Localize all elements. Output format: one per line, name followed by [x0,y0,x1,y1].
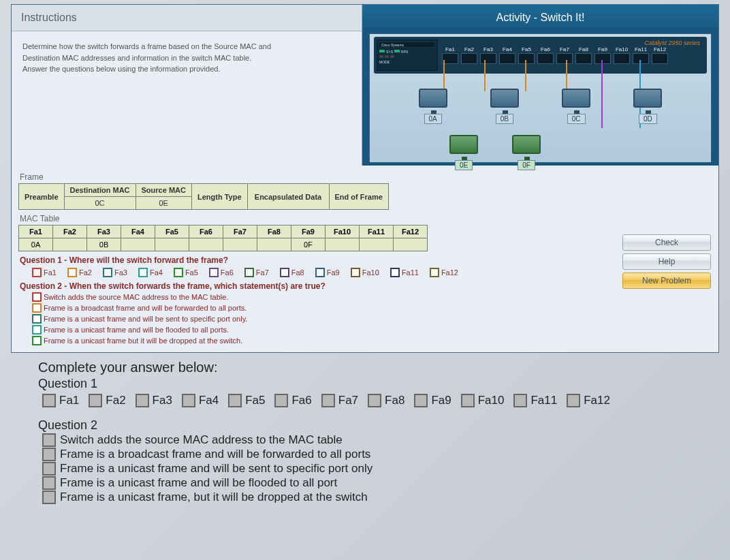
lower-q1-label: Question 1 [38,377,718,391]
q1-option-fa3[interactable]: Fa3 [103,268,127,277]
frame-label: Frame [20,172,712,182]
mac-table: Fa1Fa2Fa3Fa4Fa5Fa6Fa7Fa8Fa9Fa10Fa11Fa12 … [18,225,428,251]
lower-q1-option-fa6[interactable]: Fa6 [274,394,311,407]
computer-0f: 0F [512,135,541,170]
activity-panel: Activity - Switch It! Cisco Systems SYSR… [362,5,718,166]
lower-q2-stmt-2[interactable]: Frame is a broadcast frame and will be f… [42,448,718,461]
lower-q1-option-fa10[interactable]: Fa10 [461,394,505,407]
instructions-title: Instructions [12,5,362,31]
complete-heading: Complete your answer below: [38,360,718,375]
lower-q1-option-fa12[interactable]: Fa12 [567,394,610,407]
q2-stmt-1[interactable]: Switch adds the source MAC address to th… [32,292,712,302]
question-2-text: Question 2 - When the switch forwards th… [20,281,712,291]
computer-0b: 0B [488,89,522,124]
help-button[interactable]: Help [622,253,711,270]
instructions-panel: Instructions Determine how the switch fo… [12,5,362,166]
q1-option-fa4[interactable]: Fa4 [138,268,163,277]
lower-q1-option-fa5[interactable]: Fa5 [228,394,265,407]
lower-q2-label: Question 2 [38,418,718,433]
frame-src-mac: 0E [136,197,191,210]
lower-q2-stmt-3[interactable]: Frame is a unicast frame and will be sen… [42,462,718,476]
q1-option-fa10[interactable]: Fa10 [351,268,379,277]
computer-0d: 0D [631,89,665,124]
q1-option-fa12[interactable]: Fa12 [430,268,458,277]
lower-q1-option-fa3[interactable]: Fa3 [136,394,172,407]
lower-q1-option-fa11[interactable]: Fa11 [513,394,557,407]
lower-q1-option-fa1[interactable]: Fa1 [42,394,79,407]
lower-answer-area: Complete your answer below: Question 1 F… [38,360,718,504]
q1-option-fa6[interactable]: Fa6 [209,268,234,277]
q2-stmt-4[interactable]: Frame is a unicast frame and will be flo… [32,325,712,335]
q1-option-fa2[interactable]: Fa2 [67,268,92,277]
mac-table-label: MAC Table [20,214,712,223]
port-labels: Fa1Fa2Fa3Fa4Fa5Fa6Fa7Fa8Fa9Fa10Fa11Fa12 [442,46,703,52]
q2-statements: Switch adds the source MAC address to th… [32,292,712,345]
lower-q1-option-fa7[interactable]: Fa7 [321,394,358,407]
frame-dest-mac: 0C [64,197,136,210]
activity-app: Instructions Determine how the switch fo… [11,4,719,353]
question-1-text: Question 1 - Where will the switch forwa… [20,255,712,265]
switch-status-panel: Cisco Systems SYSRPS MODE [377,40,438,71]
lower-q2-stmt-5[interactable]: Frame is a unicast frame, but it will be… [42,491,718,504]
frame-area: Frame Preamble Destination MAC Source MA… [12,166,718,352]
lower-q1-option-fa8[interactable]: Fa8 [368,394,404,407]
switch-device: Cisco Systems SYSRPS MODE Catalyst 2950 … [374,37,707,74]
instructions-body: Determine how the switch forwards a fram… [12,31,362,90]
q2-stmt-5[interactable]: Frame is a unicast frame but it will be … [32,336,712,345]
lower-q2-stmt-4[interactable]: Frame is a unicast frame and will be flo… [42,476,718,490]
new-problem-button[interactable]: New Problem [622,273,711,289]
switch-brand: Catalyst 2950 series [644,40,700,46]
q1-option-fa9[interactable]: Fa9 [315,268,340,277]
activity-title: Activity - Switch It! [362,5,718,28]
computer-0e: 0E [449,135,478,170]
check-button[interactable]: Check [622,234,711,251]
q1-option-fa7[interactable]: Fa7 [244,268,269,277]
computer-0c: 0C [559,89,593,124]
q1-option-fa11[interactable]: Fa11 [390,268,419,277]
lower-q2-stmt-1[interactable]: Switch adds the source MAC address to th… [42,433,718,447]
q1-option-fa1[interactable]: Fa1 [32,268,57,277]
q2-stmt-2[interactable]: Frame is a broadcast frame and will be f… [32,303,712,313]
frame-table: Preamble Destination MAC Source MAC Leng… [18,183,389,210]
lower-q2-statements: Switch adds the source MAC address to th… [38,433,718,504]
side-buttons: Check Help New Problem [622,232,711,292]
computer-0a: 0A [416,89,450,124]
lower-q1-option-fa9[interactable]: Fa9 [414,394,451,407]
q1-option-fa8[interactable]: Fa8 [280,268,304,277]
lower-q1-option-fa2[interactable]: Fa2 [89,394,125,407]
switch-diagram: Cisco Systems SYSRPS MODE Catalyst 2950 … [369,33,712,163]
q1-option-fa5[interactable]: Fa5 [174,268,198,277]
lower-q1-option-fa4[interactable]: Fa4 [182,394,219,407]
q1-options: Fa1Fa2Fa3Fa4Fa5Fa6Fa7Fa8Fa9Fa10Fa11Fa12 [32,268,712,277]
lower-q1-options: Fa1Fa2Fa3Fa4Fa5Fa6Fa7Fa8Fa9Fa10Fa11Fa12 [42,394,718,407]
q2-stmt-3[interactable]: Frame is a unicast frame and will be sen… [32,314,712,324]
port-row [442,53,703,64]
